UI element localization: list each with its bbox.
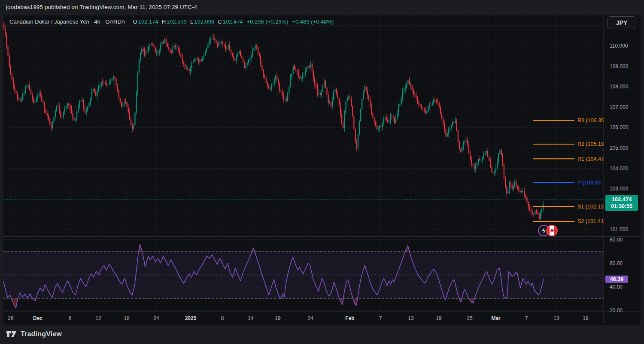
canada-flag-icon	[547, 226, 557, 235]
svg-text:107.000: 107.000	[610, 104, 629, 110]
svg-text:25: 25	[467, 315, 473, 321]
chart-legend[interactable]: Canadian Dollar / Japanese Yen · 4h · OA…	[9, 18, 334, 25]
svg-text:Mar: Mar	[491, 315, 501, 321]
open-label: O	[133, 18, 137, 25]
svg-text:6: 6	[69, 315, 72, 321]
close-label: C	[218, 18, 222, 25]
svg-text:8: 8	[221, 315, 224, 321]
chart-widget: R3 (106.35R2 (105.19R1 (104.47P (103.30S…	[3, 15, 641, 325]
svg-text:S1 (102.13: S1 (102.13	[577, 204, 604, 210]
high-label: H	[162, 18, 166, 25]
chart-canvas[interactable]: R3 (106.35R2 (105.19R1 (104.47P (103.30S…	[3, 15, 641, 325]
svg-text:102.474: 102.474	[612, 196, 632, 202]
svg-text:19: 19	[436, 315, 442, 321]
current-price-label: 102.47401:30:55	[605, 195, 638, 211]
svg-text:101.000: 101.000	[610, 226, 629, 232]
svg-text:P (103.30: P (103.30	[577, 180, 601, 186]
svg-text:13: 13	[553, 315, 559, 321]
change-value: +0.298 (+0.29%)	[247, 18, 289, 25]
svg-text:R1 (104.47: R1 (104.47	[577, 156, 604, 162]
lightning-bolt-icon: ϟ	[541, 227, 546, 234]
svg-text:18: 18	[124, 315, 130, 321]
change-extended-value: +0.489 (+0.48%)	[292, 18, 334, 25]
svg-text:103.000: 103.000	[610, 186, 629, 192]
low-value: 102.096	[194, 18, 214, 25]
pivot-levels: R3 (106.35R2 (105.19R1 (104.47P (103.30S…	[533, 118, 604, 224]
svg-text:26: 26	[8, 315, 14, 321]
svg-text:R3 (106.35: R3 (106.35	[577, 118, 604, 124]
tradingview-brand-link[interactable]: TradingView	[6, 330, 62, 338]
svg-text:80.00: 80.00	[610, 237, 623, 243]
svg-text:108.000: 108.000	[610, 84, 629, 90]
publish-info-text: joodabas1995 published on TradingView.co…	[6, 4, 197, 10]
high-value: 102.509	[167, 18, 187, 25]
svg-text:46.39: 46.39	[610, 276, 623, 282]
svg-text:S2 (101.41: S2 (101.41	[577, 218, 604, 224]
currency-unit-button[interactable]: JPY	[607, 16, 636, 29]
svg-text:110.000: 110.000	[610, 43, 628, 49]
economic-event-canada-flag-icon[interactable]	[546, 225, 558, 236]
tradingview-logo-icon	[6, 330, 17, 338]
svg-text:24: 24	[307, 315, 313, 321]
svg-text:104.000: 104.000	[610, 166, 629, 172]
footer-bar: TradingView	[0, 325, 644, 344]
tradingview-published-chart-page: joodabas1995 published on TradingView.co…	[0, 0, 644, 344]
symbol-title[interactable]: Canadian Dollar / Japanese Yen · 4h · OA…	[9, 18, 125, 25]
svg-text:7: 7	[379, 315, 382, 321]
svg-text:19: 19	[583, 315, 589, 321]
svg-text:Dec: Dec	[33, 315, 43, 321]
svg-text:60.00: 60.00	[610, 260, 623, 266]
publish-info-bar: joodabas1995 published on TradingView.co…	[0, 0, 644, 15]
close-value: 102.474	[223, 18, 243, 25]
candles-layer	[3, 20, 544, 221]
price-axis[interactable]: 110.000109.000108.000107.000106.000105.0…	[610, 43, 629, 314]
svg-text:19: 19	[275, 315, 281, 321]
svg-text:12: 12	[95, 315, 101, 321]
svg-text:40.00: 40.00	[610, 284, 623, 290]
svg-text:R2 (105.19: R2 (105.19	[577, 141, 604, 147]
svg-text:2025: 2025	[185, 315, 197, 321]
svg-text:13: 13	[408, 315, 414, 321]
rsi-value-label: 46.39	[605, 275, 628, 283]
svg-text:109.000: 109.000	[610, 63, 629, 69]
svg-text:Feb: Feb	[345, 315, 354, 321]
svg-text:01:30:55: 01:30:55	[611, 203, 632, 209]
svg-text:7: 7	[525, 315, 528, 321]
tradingview-brand-text: TradingView	[21, 330, 62, 338]
low-label: L	[190, 18, 193, 25]
svg-text:105.000: 105.000	[610, 145, 629, 151]
svg-text:106.000: 106.000	[610, 124, 629, 130]
svg-text:20.00: 20.00	[610, 308, 623, 314]
svg-text:14: 14	[248, 315, 254, 321]
open-value: 102.174	[138, 18, 158, 25]
time-axis[interactable]: 26Dec612182420258141924Feb7131925Mar7131…	[8, 315, 589, 321]
svg-text:24: 24	[153, 315, 159, 321]
